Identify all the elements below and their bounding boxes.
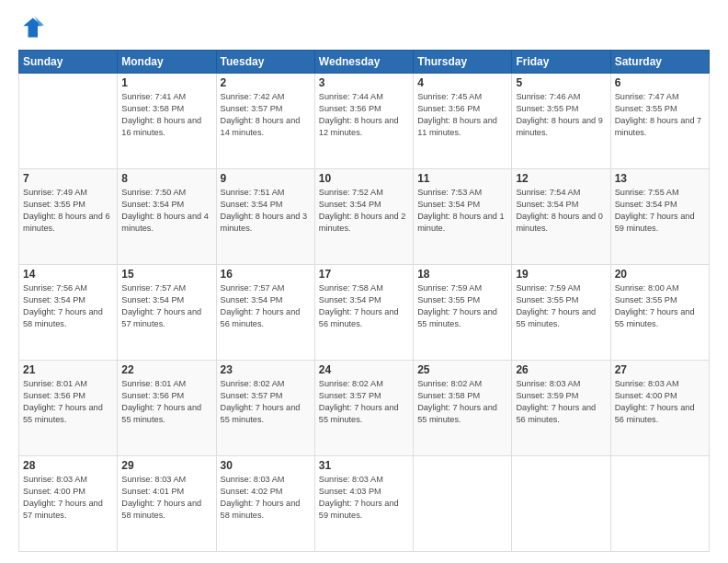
weekday-header-saturday: Saturday [610, 51, 709, 74]
day-number: 8 [121, 172, 211, 185]
calendar-cell: 8Sunrise: 7:50 AMSunset: 3:54 PMDaylight… [118, 169, 216, 265]
day-info: Sunrise: 8:02 AMSunset: 3:57 PMDaylight:… [221, 378, 311, 426]
day-info: Sunrise: 7:55 AMSunset: 3:54 PMDaylight:… [615, 187, 705, 235]
day-number: 15 [121, 268, 211, 281]
day-info: Sunrise: 7:51 AMSunset: 3:54 PMDaylight:… [221, 187, 311, 235]
day-number: 21 [23, 363, 113, 376]
day-info: Sunrise: 7:42 AMSunset: 3:57 PMDaylight:… [221, 91, 311, 139]
day-info: Sunrise: 7:45 AMSunset: 3:56 PMDaylight:… [417, 91, 507, 139]
day-number: 23 [221, 363, 311, 376]
day-number: 9 [221, 172, 311, 185]
weekday-header-row: SundayMondayTuesdayWednesdayThursdayFrid… [19, 51, 710, 74]
day-info: Sunrise: 7:50 AMSunset: 3:54 PMDaylight:… [121, 187, 211, 235]
calendar-cell: 2Sunrise: 7:42 AMSunset: 3:57 PMDaylight… [216, 74, 314, 169]
calendar-cell: 7Sunrise: 7:49 AMSunset: 3:55 PMDaylight… [19, 169, 118, 265]
calendar-cell: 31Sunrise: 8:03 AMSunset: 4:03 PMDayligh… [314, 456, 413, 552]
calendar-cell: 24Sunrise: 8:02 AMSunset: 3:57 PMDayligh… [314, 361, 413, 456]
day-info: Sunrise: 8:03 AMSunset: 4:00 PMDaylight:… [615, 378, 705, 426]
calendar-cell: 4Sunrise: 7:45 AMSunset: 3:56 PMDaylight… [414, 74, 512, 169]
calendar-week-row: 28Sunrise: 8:03 AMSunset: 4:00 PMDayligh… [19, 456, 710, 552]
day-info: Sunrise: 8:03 AMSunset: 4:00 PMDaylight:… [23, 474, 113, 522]
day-number: 14 [23, 268, 113, 281]
day-number: 25 [417, 363, 507, 376]
day-number: 6 [615, 76, 705, 89]
calendar-cell: 12Sunrise: 7:54 AMSunset: 3:54 PMDayligh… [512, 169, 610, 265]
logo [18, 15, 48, 40]
weekday-header-thursday: Thursday [414, 51, 512, 74]
calendar-cell: 18Sunrise: 7:59 AMSunset: 3:55 PMDayligh… [414, 265, 512, 361]
day-info: Sunrise: 8:01 AMSunset: 3:56 PMDaylight:… [121, 378, 211, 426]
page: SundayMondayTuesdayWednesdayThursdayFrid… [0, 0, 728, 563]
calendar-cell: 26Sunrise: 8:03 AMSunset: 3:59 PMDayligh… [512, 361, 610, 456]
calendar-cell: 25Sunrise: 8:02 AMSunset: 3:58 PMDayligh… [414, 361, 512, 456]
calendar-cell: 30Sunrise: 8:03 AMSunset: 4:02 PMDayligh… [216, 456, 314, 552]
calendar-cell: 11Sunrise: 7:53 AMSunset: 3:54 PMDayligh… [414, 169, 512, 265]
day-info: Sunrise: 7:46 AMSunset: 3:55 PMDaylight:… [516, 91, 606, 139]
weekday-header-friday: Friday [512, 51, 610, 74]
calendar-cell: 19Sunrise: 7:59 AMSunset: 3:55 PMDayligh… [512, 265, 610, 361]
calendar-cell: 17Sunrise: 7:58 AMSunset: 3:54 PMDayligh… [314, 265, 413, 361]
day-number: 5 [516, 76, 606, 89]
day-info: Sunrise: 7:57 AMSunset: 3:54 PMDaylight:… [121, 282, 211, 330]
logo-icon [18, 15, 44, 40]
day-number: 29 [121, 459, 211, 472]
day-info: Sunrise: 7:57 AMSunset: 3:54 PMDaylight:… [221, 282, 311, 330]
calendar-cell: 13Sunrise: 7:55 AMSunset: 3:54 PMDayligh… [610, 169, 709, 265]
calendar-cell: 22Sunrise: 8:01 AMSunset: 3:56 PMDayligh… [118, 361, 216, 456]
day-number: 27 [615, 363, 705, 376]
calendar-cell: 9Sunrise: 7:51 AMSunset: 3:54 PMDaylight… [216, 169, 314, 265]
day-number: 26 [516, 363, 606, 376]
weekday-header-wednesday: Wednesday [314, 51, 413, 74]
calendar-week-row: 7Sunrise: 7:49 AMSunset: 3:55 PMDaylight… [19, 169, 710, 265]
day-info: Sunrise: 8:02 AMSunset: 3:57 PMDaylight:… [319, 378, 409, 426]
calendar-cell: 14Sunrise: 7:56 AMSunset: 3:54 PMDayligh… [19, 265, 118, 361]
calendar-cell [512, 456, 610, 552]
calendar-cell: 3Sunrise: 7:44 AMSunset: 3:56 PMDaylight… [314, 74, 413, 169]
day-number: 30 [221, 459, 311, 472]
day-number: 22 [121, 363, 211, 376]
day-number: 17 [319, 268, 409, 281]
day-info: Sunrise: 7:53 AMSunset: 3:54 PMDaylight:… [417, 187, 507, 235]
day-number: 1 [121, 76, 211, 89]
day-info: Sunrise: 7:59 AMSunset: 3:55 PMDaylight:… [516, 282, 606, 330]
calendar-cell: 1Sunrise: 7:41 AMSunset: 3:58 PMDaylight… [118, 74, 216, 169]
day-info: Sunrise: 8:03 AMSunset: 4:02 PMDaylight:… [221, 474, 311, 522]
day-info: Sunrise: 7:44 AMSunset: 3:56 PMDaylight:… [319, 91, 409, 139]
calendar-table: SundayMondayTuesdayWednesdayThursdayFrid… [18, 50, 710, 552]
day-number: 13 [615, 172, 705, 185]
day-info: Sunrise: 7:58 AMSunset: 3:54 PMDaylight:… [319, 282, 409, 330]
day-number: 28 [23, 459, 113, 472]
day-info: Sunrise: 8:02 AMSunset: 3:58 PMDaylight:… [417, 378, 507, 426]
day-info: Sunrise: 7:56 AMSunset: 3:54 PMDaylight:… [23, 282, 113, 330]
weekday-header-tuesday: Tuesday [216, 51, 314, 74]
weekday-header-monday: Monday [118, 51, 216, 74]
day-number: 11 [417, 172, 507, 185]
day-number: 19 [516, 268, 606, 281]
day-number: 2 [221, 76, 311, 89]
day-info: Sunrise: 7:54 AMSunset: 3:54 PMDaylight:… [516, 187, 606, 235]
calendar-cell: 15Sunrise: 7:57 AMSunset: 3:54 PMDayligh… [118, 265, 216, 361]
day-number: 7 [23, 172, 113, 185]
svg-marker-0 [23, 18, 42, 38]
calendar-cell: 20Sunrise: 8:00 AMSunset: 3:55 PMDayligh… [610, 265, 709, 361]
day-number: 24 [319, 363, 409, 376]
calendar-week-row: 21Sunrise: 8:01 AMSunset: 3:56 PMDayligh… [19, 361, 710, 456]
calendar-cell [414, 456, 512, 552]
day-info: Sunrise: 7:52 AMSunset: 3:54 PMDaylight:… [319, 187, 409, 235]
day-number: 31 [319, 459, 409, 472]
day-info: Sunrise: 7:41 AMSunset: 3:58 PMDaylight:… [121, 91, 211, 139]
day-info: Sunrise: 8:01 AMSunset: 3:56 PMDaylight:… [23, 378, 113, 426]
calendar-cell: 28Sunrise: 8:03 AMSunset: 4:00 PMDayligh… [19, 456, 118, 552]
day-info: Sunrise: 8:03 AMSunset: 3:59 PMDaylight:… [516, 378, 606, 426]
calendar-week-row: 1Sunrise: 7:41 AMSunset: 3:58 PMDaylight… [19, 74, 710, 169]
day-info: Sunrise: 8:03 AMSunset: 4:01 PMDaylight:… [121, 474, 211, 522]
day-info: Sunrise: 7:47 AMSunset: 3:55 PMDaylight:… [615, 91, 705, 139]
day-number: 10 [319, 172, 409, 185]
day-number: 20 [615, 268, 705, 281]
calendar-cell: 10Sunrise: 7:52 AMSunset: 3:54 PMDayligh… [314, 169, 413, 265]
calendar-cell: 6Sunrise: 7:47 AMSunset: 3:55 PMDaylight… [610, 74, 709, 169]
day-number: 4 [417, 76, 507, 89]
weekday-header-sunday: Sunday [19, 51, 118, 74]
day-number: 18 [417, 268, 507, 281]
calendar-cell: 5Sunrise: 7:46 AMSunset: 3:55 PMDaylight… [512, 74, 610, 169]
